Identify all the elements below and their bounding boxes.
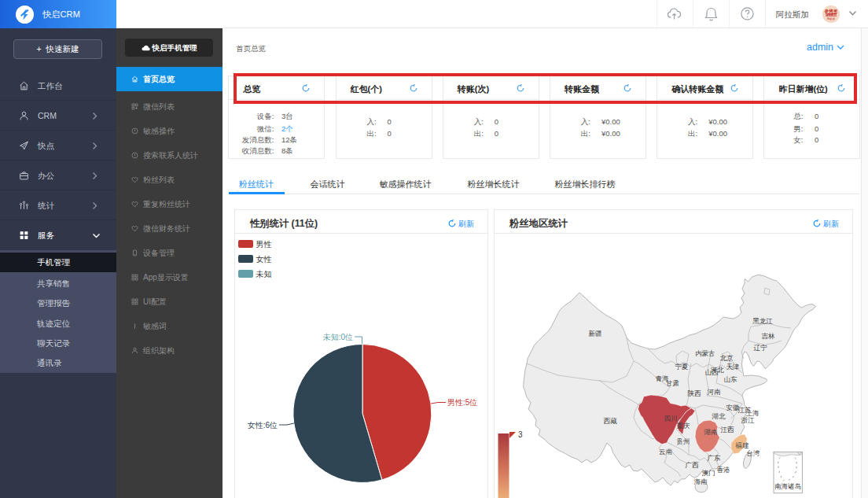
svg-text:湖北: 湖北 xyxy=(712,412,726,420)
svg-text:四川: 四川 xyxy=(664,415,678,422)
svg-text:江西: 江西 xyxy=(721,426,735,433)
svg-text:黑龙江: 黑龙江 xyxy=(752,317,773,325)
svg-text:未知: 未知 xyxy=(256,270,272,279)
svg-text:男性:5位: 男性:5位 xyxy=(447,398,477,407)
svg-text:吉林: 吉林 xyxy=(762,332,776,340)
svg-text:新疆: 新疆 xyxy=(589,330,603,338)
svg-text:澳门: 澳门 xyxy=(702,469,715,477)
svg-text:贵州: 贵州 xyxy=(676,437,690,445)
svg-text:辽宁: 辽宁 xyxy=(754,344,768,352)
svg-text:河南: 河南 xyxy=(708,388,722,396)
svg-text:女性:6位: 女性:6位 xyxy=(248,421,278,430)
svg-text:女性: 女性 xyxy=(256,255,272,264)
svg-text:福建: 福建 xyxy=(735,441,750,449)
svg-text:河北: 河北 xyxy=(711,366,725,374)
svg-text:南海诸岛: 南海诸岛 xyxy=(774,482,801,490)
svg-text:内蒙古: 内蒙古 xyxy=(695,349,715,357)
svg-text:宁夏: 宁夏 xyxy=(675,363,689,371)
svg-text:石永青 烧烤: 石永青 烧烤 xyxy=(826,13,837,17)
svg-text:台湾: 台湾 xyxy=(747,449,761,457)
svg-text:制贩卖: 制贩卖 xyxy=(827,17,836,20)
svg-text:男性: 男性 xyxy=(256,240,272,249)
svg-text:北京: 北京 xyxy=(720,354,734,362)
svg-text:3: 3 xyxy=(518,430,523,439)
svg-text:天津: 天津 xyxy=(726,363,740,371)
svg-text:重庆: 重庆 xyxy=(677,422,691,430)
svg-text:浙江: 浙江 xyxy=(741,416,756,424)
svg-text:陕西: 陕西 xyxy=(688,389,702,397)
svg-text:未知:0位: 未知:0位 xyxy=(322,333,353,341)
svg-text:广东: 广东 xyxy=(708,454,722,462)
svg-text:西藏: 西藏 xyxy=(604,417,618,425)
svg-text:海南: 海南 xyxy=(694,478,708,485)
svg-text:香港: 香港 xyxy=(717,466,730,474)
svg-text:湖南: 湖南 xyxy=(704,428,719,436)
svg-text:甘肃: 甘肃 xyxy=(666,379,680,387)
svg-text:广西: 广西 xyxy=(686,461,700,469)
svg-text:云南: 云南 xyxy=(659,448,673,456)
svg-text:山东: 山东 xyxy=(724,375,738,383)
